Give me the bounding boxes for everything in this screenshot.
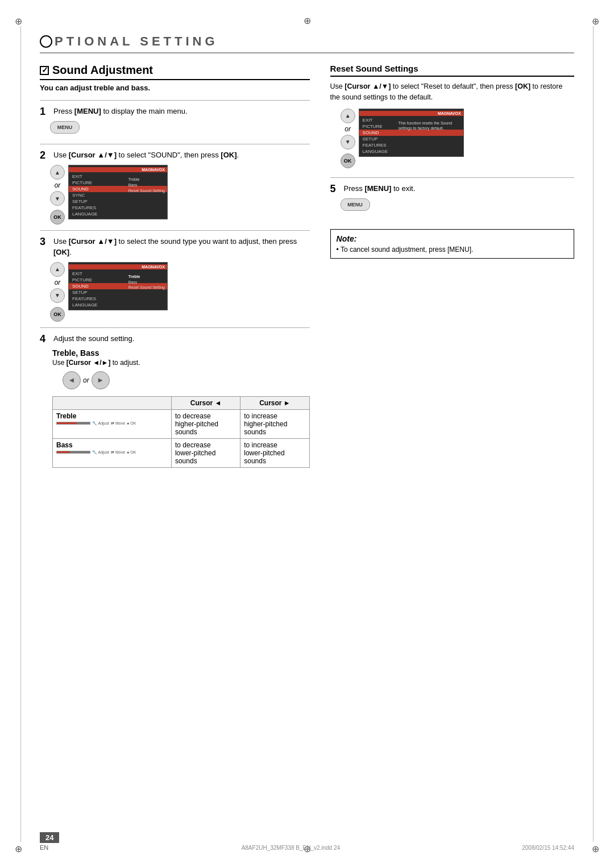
treble-ok-icon: ● OK xyxy=(127,421,136,425)
crosshair-left-bottom: ⊕ xyxy=(15,844,22,854)
note-text: • To cancel sound adjustment, press [MEN… xyxy=(337,246,568,254)
bass-move-icon: ⇄ Move xyxy=(111,450,125,455)
reset-down-btn: ▼ xyxy=(341,135,355,149)
treble-bass-title: Treble, Bass xyxy=(52,348,310,358)
step-1-header: 1 Press [MENU] to display the main menu. xyxy=(40,106,310,117)
bass-increase-cell: to increaselower-pitchedsounds xyxy=(240,438,309,467)
page-outer: ⊕ ⊕ ⊕ ⊕ ⊕ ⊕ PTIONAL SETTING Sound Adjust… xyxy=(0,0,614,868)
crosshair-right-top: ⊕ xyxy=(592,16,599,27)
table-row-treble: Treble 🔧 Adjust ⇄ Move ● OK to decreaseh… xyxy=(53,409,310,438)
step-5-remote: MENU xyxy=(341,198,574,211)
reset-up-btn: ▲ xyxy=(341,109,355,123)
menu-language: LANGUAGE xyxy=(69,211,167,217)
reset-visual: ▲ or ▼ OK MAGNAVOX EXIT PICTURE SOUND SE… xyxy=(341,109,574,168)
step-5-text: Press [MENU] to exit. xyxy=(344,184,416,194)
step-4-text: Adjust the sound setting. xyxy=(53,334,134,344)
border-right xyxy=(593,26,594,842)
lr-remote: ◄ or ► xyxy=(63,371,310,389)
step-2-num: 2 xyxy=(40,150,50,160)
two-col-layout: Sound Adjustment You can adjust treble a… xyxy=(40,64,574,474)
border-left xyxy=(20,26,21,842)
or-label: or xyxy=(55,181,61,189)
or-label-3: or xyxy=(55,279,61,286)
note-title: Note: xyxy=(337,234,568,243)
right-btn: ► xyxy=(92,371,110,389)
crosshair-right-bottom: ⊕ xyxy=(592,844,599,854)
crosshair-left-top: ⊕ xyxy=(15,16,22,27)
reset-ok-btn: OK xyxy=(341,153,355,168)
bass-bar-row: 🔧 Adjust ⇄ Move ● OK xyxy=(56,450,168,455)
col-label-header xyxy=(53,396,172,409)
footer-lang: EN xyxy=(40,844,59,851)
bass-label: Bass xyxy=(56,441,168,449)
bass-bar xyxy=(56,451,90,454)
treble-decrease-cell: to decreasehigher-pitchedsounds xyxy=(171,409,240,438)
step-4-num: 4 xyxy=(40,334,50,344)
left-column: Sound Adjustment You can adjust treble a… xyxy=(40,64,310,474)
down-btn-3: ▼ xyxy=(50,288,65,303)
crosshair-top-center: ⊕ xyxy=(302,16,312,25)
step-3-header: 3 Use [Cursor ▲/▼] to select the sound t… xyxy=(40,236,310,257)
menu-sub-items-3: TrebleBassReset Sound Setting xyxy=(128,274,165,290)
page-header: PTIONAL SETTING xyxy=(40,34,574,53)
reset-title: Reset Sound Settings xyxy=(330,64,574,77)
ok-btn-3: OK xyxy=(50,307,65,322)
section-title: Sound Adjustment xyxy=(40,64,310,80)
step-2-visual: ▲ or ▼ OK MAGNAVOX EXIT PICTURE SOUND SY… xyxy=(50,165,310,225)
menu-features-3: LANGUAGE xyxy=(69,302,167,308)
reset-description: This function resets the Sound settings … xyxy=(399,121,461,132)
down-btn: ▼ xyxy=(50,191,65,206)
right-column: Reset Sound Settings Use [Cursor ▲/▼] to… xyxy=(330,64,574,474)
step-1-remote: MENU xyxy=(50,121,310,134)
bass-label-cell: Bass 🔧 Adjust ⇄ Move ● OK xyxy=(53,438,172,467)
step-2-header: 2 Use [Cursor ▲/▼] to select "SOUND", th… xyxy=(40,150,310,160)
bass-adjust-icon: 🔧 Adjust xyxy=(92,450,109,455)
step-3-row: 3 Use [Cursor ▲/▼] to select the sound t… xyxy=(40,230,310,327)
step-3-visual: ▲ or ▼ OK MAGNAVOX EXIT PICTURE SOUND SE… xyxy=(50,262,310,322)
reset-menu-features: FEATURES xyxy=(359,142,463,148)
treble-adjust-icon: 🔧 Adjust xyxy=(92,421,109,426)
page-footer: 24 EN A8AF2UH_32MF338 B_EN_v2.indd 24 20… xyxy=(40,832,574,851)
footer-left-text: A8AF2UH_32MF338 B_EN_v2.indd 24 xyxy=(242,845,340,851)
reset-remote: ▲ or ▼ OK xyxy=(341,109,355,168)
left-btn: ◄ xyxy=(63,371,81,389)
section-title-text: Sound Adjustment xyxy=(52,64,153,77)
page-title: PTIONAL SETTING xyxy=(55,34,218,49)
col-cursor-left-header: Cursor ◄ xyxy=(171,396,240,409)
reset-menu-screen: MAGNAVOX EXIT PICTURE SOUND SETUP FEATUR… xyxy=(359,109,464,157)
bass-decrease-cell: to decreaselower-pitchedsounds xyxy=(171,438,240,467)
menu-setup: SETUP xyxy=(69,198,167,205)
menu-features: FEATURES xyxy=(69,205,167,211)
up-btn: ▲ xyxy=(50,165,65,180)
reset-text: Use [Cursor ▲/▼] to select "Reset to def… xyxy=(330,81,574,103)
step-1-num: 1 xyxy=(40,106,50,117)
bass-ok-icon: ● OK xyxy=(127,450,136,454)
step-5-row: 5 Press [MENU] to exit. MENU xyxy=(330,177,574,221)
screen-brand-3: MAGNAVOX xyxy=(69,264,167,269)
treble-move-icon: ⇄ Move xyxy=(111,421,125,426)
treble-label-cell: Treble 🔧 Adjust ⇄ Move ● OK xyxy=(53,409,172,438)
step-3-remote: ▲ or ▼ OK xyxy=(50,262,65,322)
menu-button: MENU xyxy=(50,121,80,134)
step-1-text: Press [MENU] to display the main menu. xyxy=(53,106,188,117)
adjust-instruction: Use [Cursor ◄/►] to adjust. xyxy=(52,359,310,367)
step-4-content: Treble, Bass Use [Cursor ◄/►] to adjust.… xyxy=(52,348,310,468)
treble-increase-cell: to increasehigher-pitchedsounds xyxy=(240,409,309,438)
step-5-num: 5 xyxy=(330,184,341,194)
step-3-num: 3 xyxy=(40,236,50,247)
step-4-header: 4 Adjust the sound setting. xyxy=(40,334,310,344)
up-btn-3: ▲ xyxy=(50,262,65,277)
step-3-menu-screen: MAGNAVOX EXIT PICTURE SOUND SETUP FEATUR… xyxy=(68,262,168,310)
screen-brand: MAGNAVOX xyxy=(69,167,167,172)
or-lr: or xyxy=(83,376,89,384)
section-subtitle: You can adjust treble and bass. xyxy=(40,84,310,92)
ok-btn: OK xyxy=(50,210,65,225)
step-2-row: 2 Use [Cursor ▲/▼] to select "SOUND", th… xyxy=(40,144,310,230)
reset-screen-brand: MAGNAVOX xyxy=(359,111,463,116)
step-2-text: Use [Cursor ▲/▼] to select "SOUND", then… xyxy=(53,150,239,160)
treble-label: Treble xyxy=(56,412,168,420)
footer-left: 24 EN xyxy=(40,832,59,851)
col-cursor-right-header: Cursor ► xyxy=(240,396,309,409)
step-3-text: Use [Cursor ▲/▼] to select the sound typ… xyxy=(53,236,310,257)
page-number: 24 xyxy=(40,832,59,843)
